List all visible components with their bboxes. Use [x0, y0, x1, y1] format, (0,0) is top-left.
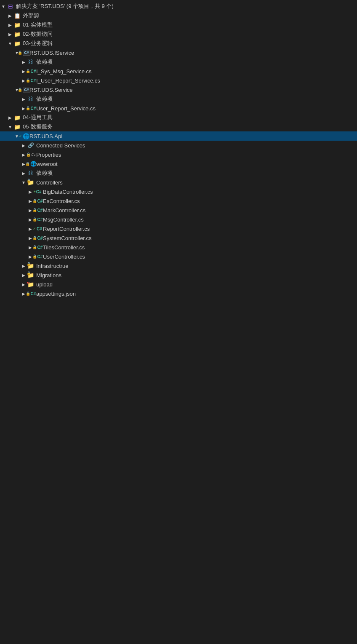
- tree-label: Infrastructrue: [36, 263, 357, 269]
- tree-item-connected-services[interactable]: 🔗Connected Services: [0, 141, 357, 150]
- tree-label: 02-数据访问: [23, 30, 357, 38]
- dependency-icon: ⛓: [27, 59, 35, 65]
- connected-services-icon: 🔗: [27, 142, 35, 149]
- tree-label: User_Report_Service.cs: [36, 105, 357, 112]
- tree-label: 03-业务逻辑: [23, 40, 357, 47]
- tree-label: Connected Services: [36, 142, 357, 149]
- tree-arrow[interactable]: [20, 264, 27, 268]
- tree-item-file-bigdata[interactable]: + C# BigDataController.cs: [0, 187, 357, 196]
- tree-label: Migrations: [36, 272, 357, 278]
- tree-arrow[interactable]: [20, 97, 27, 102]
- tree-arrow[interactable]: [20, 180, 27, 185]
- tree-item-external-src[interactable]: 📋 外部源: [0, 11, 357, 20]
- tree-label: RST.UDS.IService: [29, 50, 357, 56]
- tree-arrow[interactable]: [7, 125, 13, 129]
- tree-item-folder-upload[interactable]: ● 📁 upload: [0, 280, 357, 289]
- tree-label: 依赖项: [36, 95, 357, 103]
- csharp-file-icon: 🔒 C#: [27, 290, 35, 297]
- tree-item-proj-api[interactable]: ✓ 🌐 RST.UDS.Api: [0, 131, 357, 141]
- tree-label: 外部源: [23, 12, 357, 19]
- csharp-file-icon: 🔒 C#: [34, 244, 41, 251]
- tree-item-folder-05[interactable]: 📁 05-数据服务: [0, 122, 357, 131]
- tree-item-file-appsettings[interactable]: 🔒 C# appsettings.json: [0, 289, 357, 298]
- tree-arrow[interactable]: [7, 13, 13, 18]
- tree-item-dep-service[interactable]: ⛓依赖项: [0, 94, 357, 104]
- tree-label: MsgController.cs: [43, 216, 357, 223]
- tree-label: 依赖项: [36, 58, 357, 66]
- csharp-file-icon: + C#: [34, 188, 41, 195]
- tree-item-proj-iservice[interactable]: 🔒 C# RST.UDS.IService: [0, 48, 357, 57]
- properties-icon: 🔒 🗂: [27, 151, 35, 158]
- csharp-file-icon: 🔒 C#: [27, 68, 35, 75]
- tree-item-file-iuser[interactable]: 🔒 C# I_User_Report_Service.cs: [0, 76, 357, 85]
- folder-icon: 🔒 📁: [27, 262, 35, 269]
- tree-arrow[interactable]: [27, 190, 34, 194]
- tree-item-file-msg[interactable]: 🔒 C# MsgController.cs: [0, 215, 357, 224]
- tree-item-folder-controllers[interactable]: 🔒 📁 Controllers: [0, 178, 357, 187]
- tree-item-folder-01[interactable]: 📁 01-实体模型: [0, 20, 357, 29]
- solution-icon: ⊟: [7, 3, 14, 10]
- tree-item-file-report[interactable]: ✓ C# ReportController.cs: [0, 224, 357, 233]
- csharp-file-icon: 🔒 C#: [34, 207, 41, 214]
- tree-label: 01-实体模型: [23, 21, 357, 29]
- tree-label: Properties: [36, 152, 357, 158]
- tree-arrow[interactable]: [20, 273, 27, 278]
- tree-item-dep-api[interactable]: ⛓依赖项: [0, 168, 357, 178]
- tree-label: appsettings.json: [36, 291, 357, 297]
- dependency-icon: ⛓: [27, 170, 35, 176]
- tree-item-properties[interactable]: 🔒 🗂 Properties: [0, 150, 357, 159]
- tree-item-file-user[interactable]: 🔒 C# UserController.cs: [0, 252, 357, 261]
- tree-item-folder-04[interactable]: 📁 04-通用工具: [0, 113, 357, 122]
- tree-arrow[interactable]: [20, 143, 27, 148]
- folder-icon: 📁: [13, 114, 21, 121]
- web-proj-icon: ✓ 🌐: [20, 133, 28, 139]
- tree-label: UserController.cs: [43, 254, 357, 260]
- tree-label: I_User_Report_Service.cs: [36, 77, 357, 84]
- csharp-proj-icon: 🔒 C#: [20, 86, 28, 93]
- tree-arrow[interactable]: [0, 4, 7, 9]
- tree-label: SystemController.cs: [43, 235, 357, 241]
- tree-label: 依赖项: [36, 169, 357, 177]
- tree-item-wwwroot[interactable]: 🔒 🌐 wwwroot: [0, 159, 357, 168]
- folder-icon: 🔒 📁: [27, 272, 35, 278]
- csharp-file-icon: 🔒 C#: [27, 105, 35, 112]
- tree-item-file-system[interactable]: 🔒 C# SystemController.cs: [0, 233, 357, 243]
- tree-item-proj-service[interactable]: 🔒 C# RST.UDS.Service: [0, 85, 357, 94]
- tree-item-file-isys[interactable]: 🔒 C# I_Sys_Msg_Service.cs: [0, 67, 357, 76]
- folder-icon: ● 📁: [27, 281, 35, 288]
- tree-item-folder-02[interactable]: 📁 02-数据访问: [0, 29, 357, 39]
- tree-arrow[interactable]: [7, 32, 13, 37]
- folder-icon: 📁: [13, 21, 21, 28]
- tree-arrow[interactable]: [20, 60, 27, 64]
- wwwroot-icon: 🔒 🌐: [27, 160, 35, 167]
- tree-item-dep-iservice[interactable]: ⛓依赖项: [0, 57, 357, 67]
- tree-label: BigDataController.cs: [43, 189, 357, 195]
- csharp-file-icon: ✓ C#: [34, 225, 41, 232]
- tree-label: TilesController.cs: [43, 244, 357, 251]
- tree-item-folder-03[interactable]: 📁 03-业务逻辑: [0, 39, 357, 48]
- tree-arrow[interactable]: [7, 41, 13, 46]
- tree-item-file-mark[interactable]: 🔒 C# MarkController.cs: [0, 206, 357, 215]
- tree-arrow[interactable]: [7, 115, 13, 120]
- tree-arrow[interactable]: [20, 282, 27, 287]
- tree-item-folder-migrations[interactable]: 🔒 📁 Migrations: [0, 270, 357, 280]
- tree-item-solution[interactable]: ⊟解决方案 'RST.UDS' (9 个项目，共 9 个): [0, 2, 357, 11]
- tree-item-file-userreport[interactable]: 🔒 C# User_Report_Service.cs: [0, 104, 357, 113]
- tree-arrow[interactable]: [20, 171, 27, 176]
- tree-label: I_Sys_Msg_Service.cs: [36, 68, 357, 75]
- tree-item-folder-infra[interactable]: 🔒 📁 Infrastructrue: [0, 261, 357, 270]
- tree-arrow[interactable]: [7, 23, 13, 27]
- tree-item-file-tiles[interactable]: 🔒 C# TilesController.cs: [0, 243, 357, 252]
- tree-label: EsController.cs: [43, 198, 357, 204]
- folder-icon: 📁: [13, 40, 21, 47]
- solution-explorer: ⊟解决方案 'RST.UDS' (9 个项目，共 9 个) 📋 外部源 📁 01…: [0, 0, 357, 300]
- csharp-proj-icon: 🔒 C#: [20, 49, 28, 56]
- tree-label: 04-通用工具: [23, 114, 357, 121]
- tree-item-file-es[interactable]: 🔒 C# EsController.cs: [0, 196, 357, 206]
- tree-label: wwwroot: [36, 161, 357, 167]
- folder-icon: 🔒 📁: [27, 179, 35, 186]
- csharp-file-icon: 🔒 C#: [34, 235, 41, 241]
- csharp-file-icon: 🔒 C#: [34, 198, 41, 204]
- external-icon: 📋: [13, 12, 21, 19]
- folder-icon: 📁: [13, 31, 21, 37]
